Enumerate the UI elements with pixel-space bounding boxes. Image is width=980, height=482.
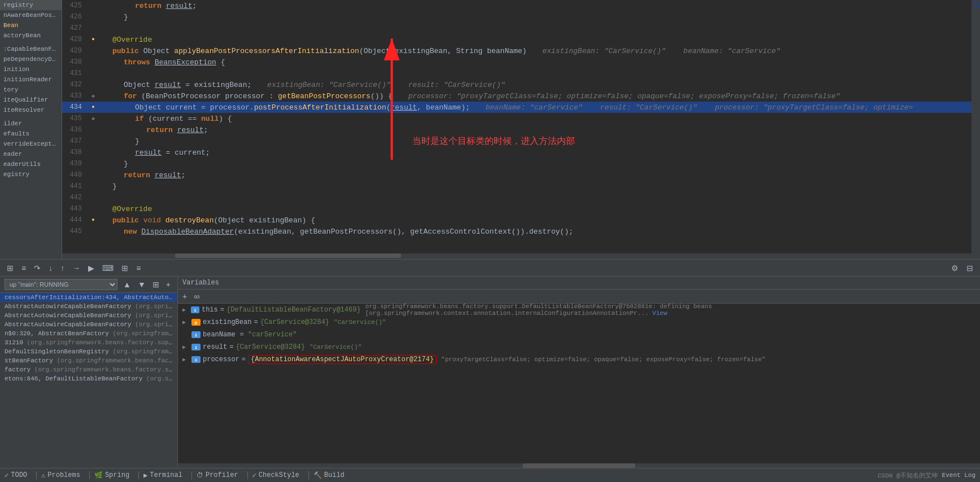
checkstyle-label: CheckStyle xyxy=(259,471,299,479)
code-line-441: 441 } xyxy=(62,181,972,192)
status-terminal[interactable]: ▶ Terminal xyxy=(143,471,182,480)
sidebar-item-16[interactable]: verrideException xyxy=(0,139,62,149)
sidebar-item-4[interactable]: actoryBean xyxy=(0,30,62,41)
line-num-445: 445 xyxy=(62,227,88,235)
line-num-425: 425 xyxy=(62,2,88,10)
var-item-this[interactable]: ▶ i this = {DefaultListableBeanFactory@1… xyxy=(178,304,980,316)
panel-settings-btn[interactable]: ⚙ xyxy=(949,262,961,274)
var-value-this: {DefaultListableBeanFactory@1469} xyxy=(227,306,361,314)
var-item-existingbean[interactable]: ▶ p existingBean = {CarService@3284} "Ca… xyxy=(178,316,980,328)
console-button[interactable]: ⊞ xyxy=(5,262,16,274)
var-expand-existingbean[interactable]: ▶ xyxy=(182,319,191,326)
bottom-content: up "main": RUNNING ▲ ▼ ⊞ + cessorsAfterI… xyxy=(0,277,980,468)
var-infinity-btn[interactable]: ∞ xyxy=(191,291,202,302)
sidebar-item-2[interactable]: nAwareBeanPostPro xyxy=(0,10,62,20)
variables-panel: Variables + ∞ ▶ i this = {DefaultListabl… xyxy=(178,277,980,468)
terminal-label: Terminal xyxy=(150,471,182,479)
panel-minimize-btn[interactable]: ⊟ xyxy=(964,262,975,274)
thread-filter-btn[interactable]: ⊞ xyxy=(150,279,162,290)
stack-frame-2[interactable]: AbstractAutowireCapableBeanFactory (org.… xyxy=(0,311,177,320)
line-num-435: 435 xyxy=(62,115,88,122)
sidebar-item-7[interactable]: peDependencyDescr xyxy=(0,54,62,64)
line-num-431: 431 xyxy=(62,69,88,77)
toolbar-evaluate[interactable]: ⌨ xyxy=(100,262,116,274)
toolbar-step-out[interactable]: ↑ xyxy=(58,262,67,274)
sidebar-item-17[interactable]: eader xyxy=(0,149,62,159)
var-expand-result[interactable]: ▶ xyxy=(182,344,191,350)
stack-frame-text-9: etons:846, DefaultListableBeanFactory (o… xyxy=(5,375,177,382)
var-expand-this[interactable]: ▶ xyxy=(182,306,191,313)
line-gutter-428: ● xyxy=(88,37,99,42)
var-toolbar: + ∞ xyxy=(178,290,980,304)
var-icon-beanname: i xyxy=(191,331,201,338)
status-problems[interactable]: ⚠ Problems xyxy=(41,471,80,480)
toolbar-step-into[interactable]: ↓ xyxy=(46,262,55,274)
toolbar-lines-btn[interactable]: ≡ xyxy=(19,262,28,274)
toolbar-step-over[interactable]: ↷ xyxy=(32,262,43,274)
var-item-beanname[interactable]: i beanName = "carService" xyxy=(178,328,980,341)
sidebar-item-18[interactable]: eaderUtils xyxy=(0,159,62,169)
status-profiler[interactable]: ⏱ Profiler xyxy=(197,471,238,480)
var-name-result: result xyxy=(203,343,227,351)
checkstyle-icon: ✓ xyxy=(252,471,256,480)
var-name-processor: processor xyxy=(203,356,239,363)
var-add-btn[interactable]: + xyxy=(180,291,189,302)
variables-list[interactable]: ▶ i this = {DefaultListableBeanFactory@1… xyxy=(178,304,980,463)
stack-frame-3[interactable]: AbstractAutowireCapableBeanFactory (org.… xyxy=(0,320,177,329)
event-log-label[interactable]: Event Log xyxy=(942,472,975,479)
sidebar-item-11[interactable]: iteQualifier xyxy=(0,95,62,105)
stack-frame-6[interactable]: DefaultSingletonBeanRegistry (org.spring… xyxy=(0,347,177,356)
line-content-440: return result; xyxy=(99,171,972,179)
stack-frame-7[interactable]: stBeanFactory (org.springframework.beans… xyxy=(0,356,177,365)
stack-frame-8[interactable]: factory (org.springframework.beans.facto… xyxy=(0,365,177,374)
sidebar-item-15[interactable]: efaults xyxy=(0,129,62,139)
variables-scrollbar[interactable] xyxy=(178,463,980,468)
stack-frame-1[interactable]: AbstractAutowireCapableBeanFactory (org.… xyxy=(0,302,177,311)
stack-frame-0[interactable]: cessorsAfterInitialization:434, Abstract… xyxy=(0,293,177,302)
status-checkstyle[interactable]: ✓ CheckStyle xyxy=(252,471,299,480)
toolbar-run-cursor[interactable]: → xyxy=(70,262,82,274)
code-line-430: 430 throws BeansException { xyxy=(62,56,972,68)
var-expand-processor[interactable]: ▶ xyxy=(182,356,191,363)
thread-dropdown[interactable]: up "main": RUNNING xyxy=(5,279,117,290)
status-spring[interactable]: 🌿 Spring xyxy=(94,471,129,480)
editor-area: 425 return result; 426 } 427 xyxy=(62,0,972,259)
editor-horizontal-scrollbar[interactable] xyxy=(62,253,972,259)
toolbar-run-btn[interactable]: ▶ xyxy=(86,262,97,274)
stack-frame-5[interactable]: 31210 (org.springframework.beans.factory… xyxy=(0,338,177,347)
stack-frame-9[interactable]: etons:846, DefaultListableBeanFactory (o… xyxy=(0,374,177,383)
toolbar-table-btn[interactable]: ⊞ xyxy=(119,262,130,274)
sidebar-item-19[interactable]: egistry xyxy=(0,169,62,179)
sidebar-item-tory[interactable]: tory xyxy=(0,85,62,95)
code-line-428: 428 ● @Override xyxy=(62,34,972,45)
todo-label: TODO xyxy=(11,471,27,479)
stack-frame-text-7: stBeanFactory (org.springframework.beans… xyxy=(5,357,177,364)
add-watch-btn[interactable]: + xyxy=(164,279,173,290)
status-build[interactable]: 🔨 Build xyxy=(313,471,345,480)
sidebar-item-14[interactable]: ilder xyxy=(0,119,62,129)
sidebar-item-6[interactable]: :CapableBeanFactory xyxy=(0,44,62,54)
var-item-processor[interactable]: ▶ i processor = {AnnotationAwareAspectJA… xyxy=(178,353,980,366)
stack-frame-4[interactable]: n$0:320, AbstractBeanFactory (org.spring… xyxy=(0,329,177,338)
sidebar-item-registry[interactable]: registry xyxy=(0,0,62,10)
line-num-439: 439 xyxy=(62,160,88,168)
thread-pause-btn[interactable]: ▲ xyxy=(121,279,133,290)
sidebar-item-8[interactable]: inition xyxy=(0,64,62,75)
thread-down-btn[interactable]: ▼ xyxy=(136,279,148,290)
code-view[interactable]: 425 return result; 426 } 427 xyxy=(62,0,972,253)
stack-frames-list[interactable]: cessorsAfterInitialization:434, Abstract… xyxy=(0,293,177,468)
toolbar-more[interactable]: ≡ xyxy=(134,262,143,274)
status-todo[interactable]: ✓ TODO xyxy=(5,471,27,480)
line-num-441: 441 xyxy=(62,182,88,190)
status-right: CSDN @不知名的艾坤 Event Log xyxy=(878,471,975,480)
line-num-434: 434 xyxy=(62,103,88,111)
code-line-440: 440 return result; xyxy=(62,169,972,181)
spring-icon: 🌿 xyxy=(94,471,103,480)
right-sidebar xyxy=(972,0,980,259)
sidebar-item-9[interactable]: initionReader xyxy=(0,75,62,85)
code-line-437: 437 } xyxy=(62,135,972,147)
var-value-result: {CarService@3284} xyxy=(236,343,304,351)
sidebar-item-bean[interactable]: Bean xyxy=(0,20,62,30)
var-item-result[interactable]: ▶ i result = {CarService@3284} "CarServi… xyxy=(178,341,980,353)
sidebar-item-12[interactable]: iteResolver xyxy=(0,105,62,115)
